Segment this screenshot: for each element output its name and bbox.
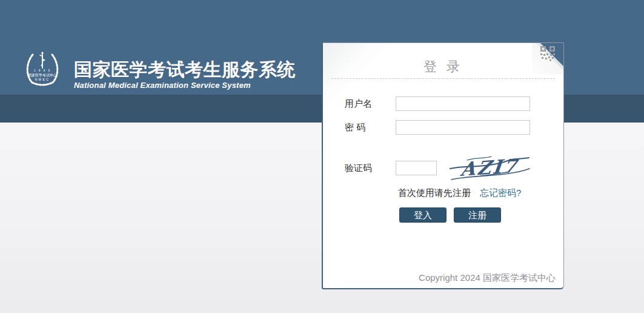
svg-text:NMEC: NMEC	[35, 78, 50, 81]
username-label: 用户名	[345, 98, 396, 110]
password-label: 密 码	[345, 122, 396, 133]
captcha-input[interactable]	[396, 161, 437, 175]
nmec-emblem-icon: 1 9 8 5 国家医学考试中心 NMEC	[23, 51, 62, 89]
username-row: 用户名	[345, 96, 530, 111]
page: 1 9 8 5 国家医学考试中心 NMEC 国家医学考试考生服务系统 Natio…	[0, 0, 644, 313]
password-input[interactable]	[396, 120, 530, 135]
svg-text:1 9 8 5: 1 9 8 5	[34, 69, 51, 72]
captcha-text: AZI7	[459, 155, 520, 180]
svg-text:国家医学考试中心: 国家医学考试中心	[28, 73, 57, 78]
login-card: 登 录 用户名 密 码 验证码 AZI7	[322, 42, 564, 289]
login-button[interactable]: 登入	[399, 207, 446, 223]
register-hint-link[interactable]: 首次使用请先注册	[398, 187, 471, 199]
captcha-row: 验证码 AZI7	[345, 153, 531, 183]
username-input[interactable]	[396, 96, 530, 111]
divider	[331, 78, 555, 79]
helper-links: 首次使用请先注册 忘记密码?	[398, 187, 521, 199]
captcha-label: 验证码	[345, 163, 396, 174]
forgot-password-link[interactable]: 忘记密码?	[480, 187, 521, 199]
brand: 国家医学考试考生服务系统 National Medical Examinatio…	[74, 59, 296, 90]
site-title: 国家医学考试考生服务系统	[74, 59, 296, 80]
login-title: 登 录	[323, 58, 563, 76]
copyright-text: Copyright 2024 国家医学考试中心	[419, 272, 556, 284]
site-subtitle: National Medical Examination Service Sys…	[74, 81, 296, 90]
password-row: 密 码	[345, 120, 530, 135]
button-row: 登入 注册	[399, 207, 501, 223]
register-button[interactable]: 注册	[454, 207, 501, 223]
captcha-image[interactable]: AZI7	[449, 153, 531, 182]
